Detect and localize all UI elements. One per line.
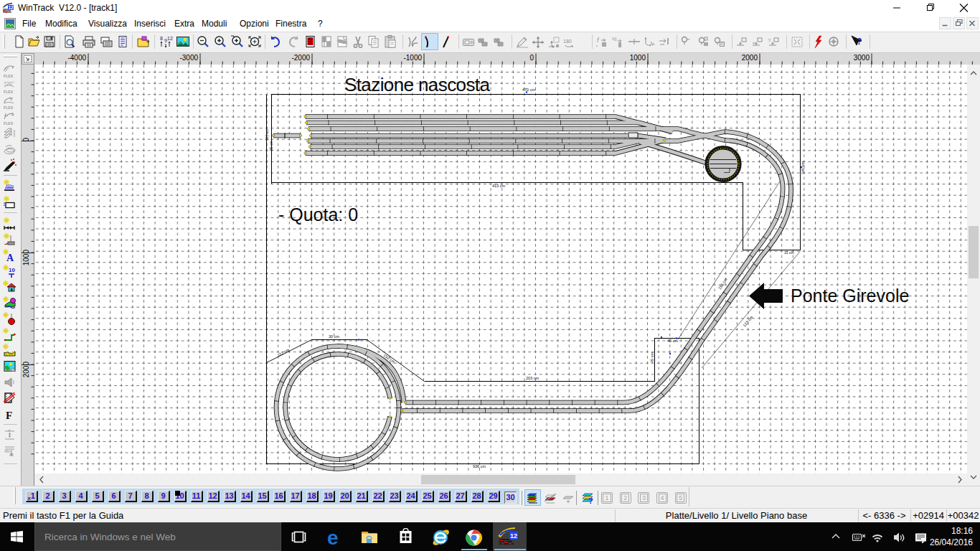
svg-text:- Quota: 0: - Quota: 0 bbox=[278, 204, 358, 225]
svg-text:85 cm: 85 cm bbox=[269, 141, 273, 151]
svg-text:10: 10 bbox=[9, 267, 15, 273]
svg-text:12: 12 bbox=[167, 36, 173, 41]
svg-text:2000: 2000 bbox=[22, 362, 30, 378]
svg-text:30 cm: 30 cm bbox=[329, 334, 339, 339]
svg-text:-4000: -4000 bbox=[67, 54, 86, 62]
svg-text:f: f bbox=[597, 37, 600, 44]
svg-text:-3000: -3000 bbox=[179, 54, 198, 62]
svg-text:40 cm: 40 cm bbox=[667, 339, 678, 343]
svg-text:400m: 400m bbox=[6, 184, 14, 188]
svg-text:Stazione nascosta: Stazione nascosta bbox=[344, 74, 490, 95]
svg-text:470 cm: 470 cm bbox=[522, 88, 535, 92]
svg-text:?: ? bbox=[768, 37, 771, 44]
svg-text:?: ? bbox=[588, 496, 593, 505]
svg-text:1000: 1000 bbox=[630, 54, 646, 62]
svg-text:8: 8 bbox=[160, 36, 163, 41]
svg-text:12: 12 bbox=[8, 5, 14, 10]
svg-text:2000: 2000 bbox=[742, 54, 758, 62]
svg-text:FLEX: FLEX bbox=[4, 74, 14, 78]
svg-text:F: F bbox=[6, 410, 12, 421]
svg-text:413 cm: 413 cm bbox=[492, 184, 505, 188]
svg-text:3000: 3000 bbox=[854, 54, 870, 62]
svg-text:½: ½ bbox=[612, 36, 617, 42]
svg-text:0: 0 bbox=[529, 54, 534, 62]
svg-text:140 cm: 140 cm bbox=[801, 161, 805, 174]
svg-text:e: e bbox=[327, 528, 339, 547]
svg-text:-2000: -2000 bbox=[291, 54, 310, 62]
svg-text:48m: 48m bbox=[4, 449, 11, 453]
svg-text:936 cm: 936 cm bbox=[473, 464, 486, 468]
svg-text:12: 12 bbox=[510, 532, 517, 540]
svg-text:FLEX: FLEX bbox=[4, 121, 14, 126]
svg-text:31 cm: 31 cm bbox=[784, 250, 794, 255]
svg-text:180: 180 bbox=[563, 39, 572, 44]
svg-text:FLEX: FLEX bbox=[4, 90, 14, 94]
svg-text:100 cm: 100 cm bbox=[265, 129, 269, 141]
svg-text:45 cm: 45 cm bbox=[650, 352, 654, 363]
svg-text:1000: 1000 bbox=[22, 250, 30, 266]
svg-text:203 cm: 203 cm bbox=[526, 376, 539, 380]
svg-text:-1000: -1000 bbox=[403, 54, 422, 62]
svg-text:Ponte Girevole: Ponte Girevole bbox=[791, 286, 909, 306]
svg-text:?: ? bbox=[857, 37, 862, 47]
svg-text:A: A bbox=[6, 253, 14, 263]
svg-text:0: 0 bbox=[22, 138, 30, 142]
svg-text:FLEX: FLEX bbox=[4, 105, 14, 110]
svg-text:r: r bbox=[596, 44, 598, 48]
